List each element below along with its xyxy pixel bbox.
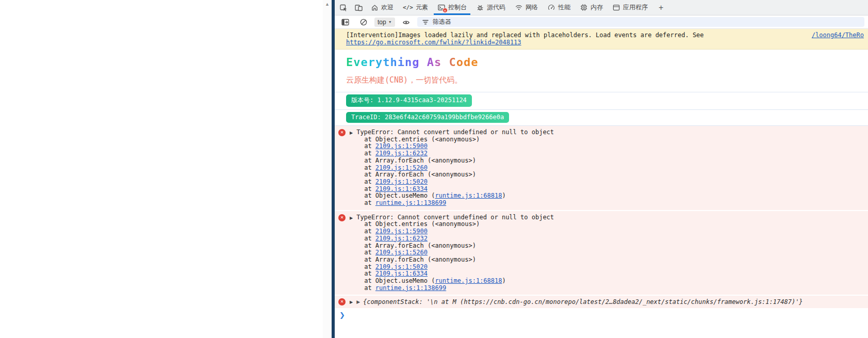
stack-frame: at 2109.js:1:6334 — [356, 270, 554, 278]
page-scrollbar[interactable]: ▲ — [323, 0, 332, 338]
devtools-tabbar: 欢迎 </> 元素 ✕ 控制台 源代码 — [335, 0, 868, 15]
inspect-icon[interactable] — [336, 0, 351, 15]
scroll-up-icon[interactable]: ▲ — [323, 0, 332, 7]
stack-frame-link[interactable]: 2109.js:1:5900 — [375, 228, 428, 235]
console-sidebar-icon[interactable] — [338, 18, 353, 26]
filter-icon — [422, 19, 429, 26]
expand-triangle-icon[interactable]: ▶ — [350, 300, 353, 304]
stack-frame: at 2109.js:1:6334 — [356, 186, 554, 193]
context-selector[interactable]: top ▼ — [374, 18, 395, 27]
console-error-badge: ✕ — [443, 8, 448, 13]
banner-title: Everything As Code — [346, 56, 478, 69]
warning-source-link[interactable]: /loong64/TheRo — [812, 31, 864, 39]
stack-frame: at Array.forEach (<anonymous>) — [356, 157, 554, 165]
page-content — [0, 0, 323, 338]
device-toolbar-icon[interactable] — [351, 0, 366, 15]
stack-frame-link[interactable]: 2109.js:1:6232 — [375, 235, 428, 242]
tab-label: 性能 — [558, 3, 570, 12]
component-stack-object: {componentStack: '\n at M (https://cnb.c… — [363, 298, 803, 305]
tab-label: 应用程序 — [623, 3, 648, 12]
stack-frame: at 2109.js:1:6232 — [356, 235, 554, 243]
stack-frame-link[interactable]: 2109.js:1:5020 — [375, 263, 428, 270]
stack-frame: at Object.useMemo (runtime.js:1:68818) — [356, 192, 554, 200]
clear-console-icon[interactable] — [356, 18, 371, 26]
stack-frame-link[interactable]: 2109.js:1:6334 — [375, 185, 428, 192]
more-tabs-button[interactable]: + — [652, 0, 669, 15]
stack-frame-link[interactable]: 2109.js:1:5260 — [375, 249, 428, 256]
tab-welcome[interactable]: 欢迎 — [366, 0, 398, 15]
console-warning-row: [Intervention]Images loaded lazily and r… — [335, 29, 868, 50]
stack-frame: at 2109.js:1:5020 — [356, 264, 554, 271]
tab-console[interactable]: ✕ 控制台 — [433, 0, 471, 15]
memory-icon — [580, 4, 588, 11]
tab-memory[interactable]: 内存 — [575, 0, 608, 15]
stack-trace: at Object.entries (<anonymous>)at 2109.j… — [356, 136, 554, 207]
prompt-chevron-icon: ❯ — [339, 311, 345, 319]
expand-triangle-icon[interactable]: ▶ — [350, 216, 353, 220]
tab-elements[interactable]: </> 元素 — [398, 0, 433, 15]
tab-label: 欢迎 — [381, 3, 394, 12]
expand-triangle-icon[interactable]: ▶ — [350, 131, 353, 135]
tab-network[interactable]: 网络 — [510, 0, 543, 15]
stack-frame: at 2109.js:1:5260 — [356, 165, 554, 172]
stack-frame: at 2109.js:1:5900 — [356, 228, 554, 235]
tab-application[interactable]: 应用程序 — [608, 0, 652, 15]
stack-frame-link[interactable]: runtime.js:1:68818 — [435, 277, 502, 284]
stack-frame: at runtime.js:1:138699 — [356, 285, 554, 292]
tab-performance[interactable]: 性能 — [543, 0, 575, 15]
stack-frame: at 2109.js:1:5020 — [356, 179, 554, 186]
console-log-banner: Everything As Code 云原生构建(CNB)，一切皆代码。 — [335, 50, 868, 92]
error-icon: ✕ — [338, 298, 346, 305]
stack-trace: at Object.entries (<anonymous>)at 2109.j… — [356, 221, 554, 292]
tab-label: 内存 — [591, 3, 603, 12]
console-toolbar: top ▼ 筛选器 — [335, 15, 868, 29]
stack-frame: at Object.entries (<anonymous>) — [356, 221, 554, 228]
banner-subtitle: 云原生构建(CNB)，一切皆代码。 — [346, 75, 864, 85]
stack-frame: at Array.forEach (<anonymous>) — [356, 256, 554, 264]
console-log-version: 版本号: 1.12.9-4315caa3-20251124 — [335, 92, 868, 110]
devtools-panel: 欢迎 </> 元素 ✕ 控制台 源代码 — [335, 0, 868, 338]
bug-icon — [476, 4, 484, 11]
stack-frame-link[interactable]: 2109.js:1:5020 — [375, 178, 428, 185]
performance-icon — [547, 4, 555, 11]
tab-sources[interactable]: 源代码 — [471, 0, 510, 15]
stack-frame: at Array.forEach (<anonymous>) — [356, 171, 554, 179]
console-messages: [Intervention]Images loaded lazily and r… — [335, 29, 868, 338]
stack-frame-link[interactable]: 2109.js:1:5900 — [375, 142, 428, 150]
console-error-row: ✕ ▶ TypeError: Cannot convert undefined … — [335, 211, 868, 295]
stack-frame-link[interactable]: 2109.js:1:6232 — [375, 150, 428, 157]
stack-frame: at Array.forEach (<anonymous>) — [356, 243, 554, 250]
chevron-down-icon: ▼ — [388, 20, 392, 24]
warning-text: [Intervention]Images loaded lazily and r… — [346, 31, 812, 39]
traceid-badge: TraceID: 283e6f4a2c60759a199bbdfbe9266e0… — [346, 112, 509, 123]
stack-frame-link[interactable]: runtime.js:1:138699 — [375, 199, 446, 206]
tab-label: 网络 — [526, 3, 538, 12]
stack-frame-link[interactable]: runtime.js:1:68818 — [435, 192, 502, 199]
console-log-traceid: TraceID: 283e6f4a2c60759a199bbdfbe9266e0… — [335, 110, 868, 126]
error-icon: ✕ — [338, 129, 346, 136]
object-expand-triangle-icon[interactable]: ▶ — [356, 299, 360, 304]
network-icon — [515, 4, 523, 11]
version-badge: 版本号: 1.12.9-4315caa3-20251124 — [346, 94, 472, 107]
filter-input[interactable]: 筛选器 — [417, 17, 864, 27]
stack-frame: at 2109.js:1:5260 — [356, 249, 554, 256]
stack-frame-link[interactable]: 2109.js:1:5260 — [375, 164, 428, 171]
warning-link[interactable]: https://go.microsoft.com/fwlink/?linkid=… — [346, 39, 521, 46]
context-selector-value: top — [378, 19, 386, 26]
screen: ▲ 欢迎 </> 元素 — [0, 0, 868, 338]
stack-frame: at Object.entries (<anonymous>) — [356, 136, 554, 143]
stack-frame: at 2109.js:1:6232 — [356, 150, 554, 157]
application-icon — [612, 4, 620, 11]
stack-frame: at Object.useMemo (runtime.js:1:68818) — [356, 278, 554, 285]
error-title: TypeError: Cannot convert undefined or n… — [356, 214, 554, 221]
stack-frame: at 2109.js:1:5900 — [356, 143, 554, 150]
filter-placeholder: 筛选器 — [433, 18, 451, 26]
error-icon: ✕ — [338, 214, 346, 221]
error-title: TypeError: Cannot convert undefined or n… — [356, 129, 554, 136]
stack-frame: at runtime.js:1:138699 — [356, 200, 554, 207]
console-icon: ✕ — [437, 4, 446, 11]
stack-frame-link[interactable]: 2109.js:1:6334 — [375, 270, 428, 277]
eye-icon[interactable] — [399, 18, 414, 26]
stack-frame-link[interactable]: runtime.js:1:138699 — [375, 284, 446, 292]
console-prompt[interactable]: ❯ — [335, 308, 868, 321]
